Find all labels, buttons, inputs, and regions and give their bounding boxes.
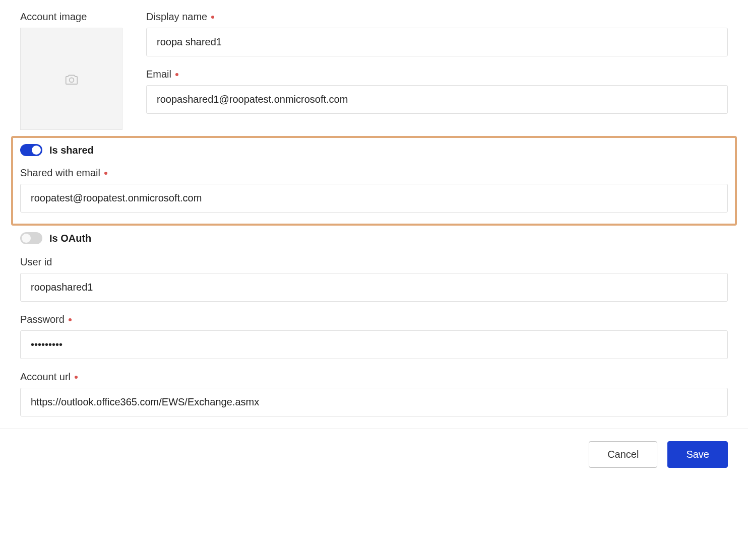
svg-point-0: [69, 78, 74, 82]
is-shared-highlight-box: Is shared Shared with email: [11, 136, 737, 226]
required-indicator-icon: [211, 16, 214, 19]
top-row: Account image Display name Email: [20, 11, 728, 130]
is-shared-label: Is shared: [49, 145, 94, 156]
display-name-group: Display name: [146, 11, 728, 56]
shared-with-email-label: Shared with email: [20, 167, 728, 179]
required-indicator-icon: [175, 73, 178, 76]
toggle-knob: [32, 146, 41, 155]
display-name-label-text: Display name: [146, 11, 207, 23]
user-id-group: User id: [20, 256, 728, 302]
password-label-text: Password: [20, 314, 65, 325]
email-label-text: Email: [146, 68, 171, 80]
required-indicator-icon: [104, 172, 107, 175]
shared-with-email-label-text: Shared with email: [20, 167, 100, 179]
user-id-label-text: User id: [20, 256, 52, 268]
shared-with-email-input[interactable]: [20, 184, 728, 213]
is-oauth-label: Is OAuth: [49, 233, 91, 244]
email-label: Email: [146, 68, 728, 80]
account-url-input[interactable]: [20, 388, 728, 416]
is-shared-toggle-row: Is shared: [20, 144, 728, 156]
account-url-label: Account url: [20, 371, 728, 383]
display-name-label: Display name: [146, 11, 728, 23]
required-indicator-icon: [69, 318, 72, 321]
account-url-group: Account url: [20, 371, 728, 416]
user-id-label: User id: [20, 256, 728, 268]
password-input[interactable]: [20, 330, 728, 359]
toggle-knob: [22, 234, 31, 243]
required-indicator-icon: [75, 376, 78, 379]
is-shared-toggle[interactable]: [20, 144, 42, 156]
password-group: Password: [20, 314, 728, 359]
account-image-placeholder[interactable]: [20, 28, 122, 130]
user-id-input[interactable]: [20, 273, 728, 302]
camera-icon: [64, 72, 79, 87]
account-image-column: Account image: [20, 11, 136, 130]
save-button[interactable]: Save: [667, 441, 728, 468]
is-oauth-toggle[interactable]: [20, 232, 42, 244]
password-label: Password: [20, 314, 728, 325]
email-group: Email: [146, 68, 728, 114]
account-image-label-text: Account image: [20, 11, 87, 23]
cancel-button[interactable]: Cancel: [589, 441, 657, 468]
display-name-input[interactable]: [146, 28, 728, 56]
account-image-label: Account image: [20, 11, 136, 23]
email-input[interactable]: [146, 85, 728, 114]
is-oauth-section: Is OAuth: [20, 230, 728, 244]
form-container: Account image Display name Email: [0, 0, 748, 416]
is-oauth-toggle-row: Is OAuth: [20, 232, 728, 244]
shared-with-email-group: Shared with email: [20, 167, 728, 213]
footer-actions: Cancel Save: [0, 429, 748, 480]
top-fields-column: Display name Email: [146, 11, 728, 130]
account-url-label-text: Account url: [20, 371, 71, 383]
